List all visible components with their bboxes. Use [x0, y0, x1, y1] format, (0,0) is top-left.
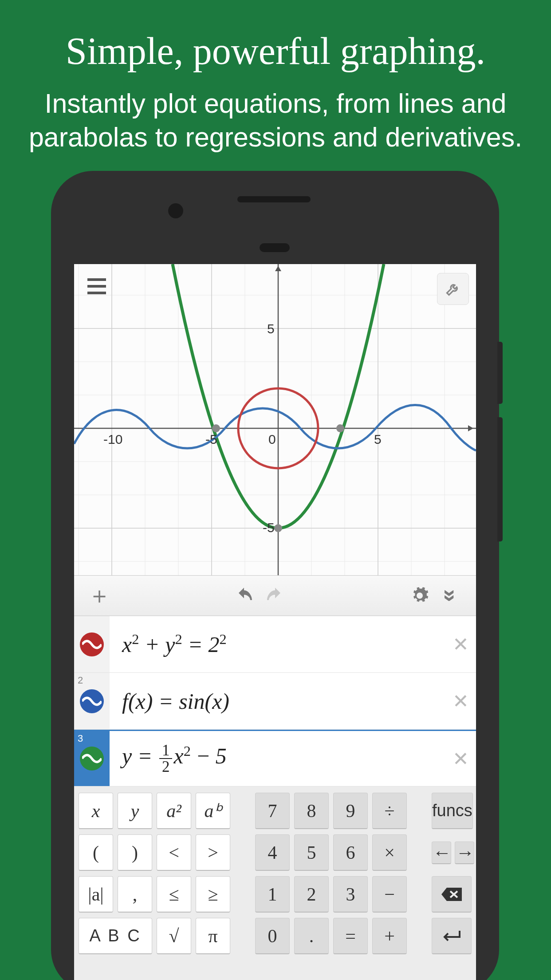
key-cursor-arrows[interactable]: ← →	[432, 834, 474, 871]
key-2[interactable]: 2	[294, 876, 329, 913]
svg-text:0: 0	[268, 432, 276, 447]
key-gte[interactable]: ≥	[196, 876, 230, 913]
key-equals[interactable]: =	[333, 918, 368, 954]
key-3[interactable]: 3	[333, 876, 368, 913]
key-9[interactable]: 9	[333, 793, 368, 829]
svg-text:-5: -5	[205, 432, 217, 447]
add-expression-button[interactable]: ＋	[84, 580, 115, 611]
key-multiply[interactable]: ×	[372, 834, 407, 871]
key-5[interactable]: 5	[294, 834, 329, 871]
svg-text:5: 5	[267, 321, 275, 336]
key-lte[interactable]: ≤	[157, 876, 191, 913]
key-backspace[interactable]	[432, 876, 472, 913]
key-square[interactable]: a²	[157, 793, 191, 829]
svg-point-29	[212, 424, 220, 432]
key-abs[interactable]: |a|	[79, 876, 113, 913]
expression-row[interactable]: x2 + y2 = 22 ✕	[74, 616, 476, 673]
phone-frame: -10 -5 0 5 5 -5 ＋	[51, 171, 499, 980]
key-1[interactable]: 1	[255, 876, 290, 913]
key-enter[interactable]	[432, 918, 472, 954]
key-comma[interactable]: ,	[118, 876, 152, 913]
key-divide[interactable]: ÷	[372, 793, 407, 829]
delete-expression-icon[interactable]: ✕	[445, 690, 476, 712]
undo-button[interactable]	[228, 580, 260, 611]
key-pi[interactable]: π	[196, 918, 230, 954]
expression-list: x2 + y2 = 22 ✕ 2 f(x) = sin(x) ✕ 3 y	[74, 616, 476, 786]
key-right[interactable]: →	[455, 842, 474, 864]
key-rparen[interactable]: )	[118, 834, 152, 871]
keyboard: x y a² aᵇ 7 8 9 ÷ funcs ( ) < > 4 5 6	[74, 786, 476, 980]
delete-expression-icon[interactable]: ✕	[445, 747, 476, 770]
wave-icon[interactable]	[80, 689, 104, 713]
graph-canvas[interactable]: -10 -5 0 5 5 -5	[74, 264, 476, 575]
hero-subtitle: Instantly plot equations, from lines and…	[13, 87, 538, 154]
key-gt[interactable]: >	[196, 834, 230, 871]
key-4[interactable]: 4	[255, 834, 290, 871]
key-6[interactable]: 6	[333, 834, 368, 871]
expression-row[interactable]: 2 f(x) = sin(x) ✕	[74, 673, 476, 730]
svg-point-30	[336, 424, 344, 432]
key-lt[interactable]: <	[157, 834, 191, 871]
wave-icon[interactable]	[80, 632, 104, 656]
expression-toolbar: ＋ »	[74, 575, 476, 616]
expression-text[interactable]: f(x) = sin(x)	[110, 688, 445, 714]
svg-text:-10: -10	[103, 432, 122, 447]
svg-point-31	[274, 524, 282, 532]
redo-button[interactable]	[260, 580, 291, 611]
hamburger-icon[interactable]	[87, 278, 106, 294]
key-abc[interactable]: A B C	[79, 918, 152, 954]
key-x[interactable]: x	[79, 793, 113, 829]
svg-marker-27	[275, 266, 281, 271]
wrench-button[interactable]	[437, 273, 469, 305]
key-7[interactable]: 7	[255, 793, 290, 829]
key-left[interactable]: ←	[432, 842, 451, 864]
key-sqrt[interactable]: √	[157, 918, 191, 954]
key-power[interactable]: aᵇ	[196, 793, 230, 829]
key-funcs[interactable]: funcs	[432, 793, 473, 829]
hero-title: Simple, powerful graphing.	[13, 29, 538, 73]
settings-gear-icon[interactable]	[404, 580, 435, 611]
collapse-button[interactable]: »	[435, 580, 466, 611]
expression-row[interactable]: 3 y = 12x2−5 ✕	[74, 730, 476, 786]
delete-expression-icon[interactable]: ✕	[445, 633, 476, 656]
expression-text[interactable]: y = 12x2−5	[110, 743, 445, 775]
expression-text[interactable]: x2 + y2 = 22	[110, 631, 445, 657]
svg-text:-5: -5	[263, 520, 275, 535]
key-dot[interactable]: .	[294, 918, 329, 954]
key-8[interactable]: 8	[294, 793, 329, 829]
svg-marker-26	[468, 425, 473, 431]
key-0[interactable]: 0	[255, 918, 290, 954]
key-lparen[interactable]: (	[79, 834, 113, 871]
app-screen: -10 -5 0 5 5 -5 ＋	[74, 264, 476, 980]
wave-icon[interactable]	[80, 747, 104, 771]
key-y[interactable]: y	[118, 793, 152, 829]
svg-text:5: 5	[374, 432, 382, 447]
key-plus[interactable]: +	[372, 918, 407, 954]
key-minus[interactable]: −	[372, 876, 407, 913]
